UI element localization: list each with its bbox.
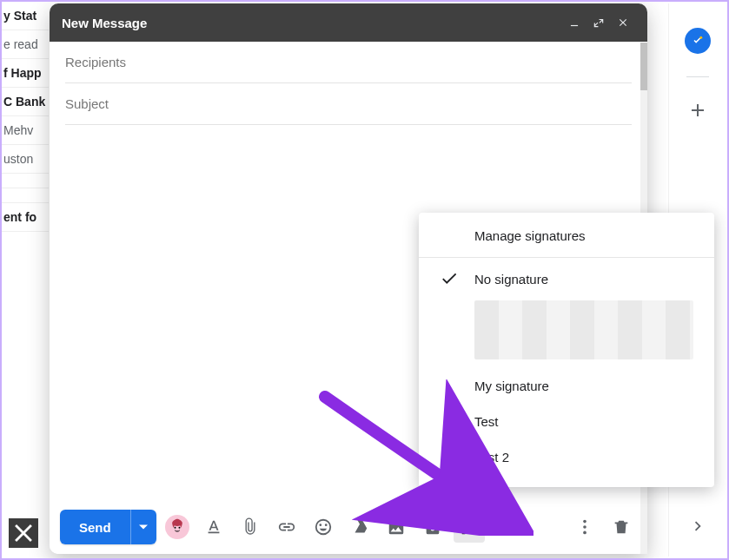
menu-item-label: Test — [474, 414, 499, 429]
svg-point-3 — [178, 527, 180, 529]
avatar[interactable] — [165, 515, 189, 539]
list-item[interactable]: y Stat — [2, 2, 49, 30]
signature-option-no-signature[interactable]: No signature — [419, 261, 714, 297]
compose-title-bar: New Message — [50, 3, 647, 42]
menu-item-label: Test 2 — [474, 450, 509, 464]
check-icon — [440, 268, 459, 290]
link-button[interactable] — [271, 511, 302, 543]
menu-item-label: Manage signatures — [474, 228, 586, 243]
list-item[interactable]: e read — [2, 30, 49, 58]
close-icon — [617, 16, 629, 29]
recipients-field[interactable]: Recipients — [65, 42, 632, 83]
expand-icon — [593, 16, 605, 29]
scrollbar-thumb[interactable] — [640, 43, 647, 90]
list-item[interactable] — [2, 173, 49, 188]
send-group: Send — [60, 510, 156, 544]
list-item[interactable] — [2, 231, 49, 246]
menu-item-label: No signature — [474, 272, 548, 287]
tasks-icon — [690, 33, 706, 49]
emoji-icon — [314, 517, 333, 537]
recipients-placeholder: Recipients — [65, 55, 126, 69]
list-item[interactable]: f Happ — [2, 58, 49, 87]
tasks-app-button[interactable] — [685, 28, 711, 54]
trash-icon — [612, 517, 631, 537]
manage-signatures-item[interactable]: Manage signatures — [419, 218, 714, 254]
menu-divider — [419, 257, 714, 258]
list-item[interactable]: Mehv — [2, 115, 49, 144]
chevron-down-icon — [139, 523, 148, 531]
confidential-button[interactable] — [417, 511, 448, 543]
attach-button[interactable] — [235, 511, 266, 543]
link-icon — [277, 517, 296, 537]
more-button[interactable] — [569, 511, 600, 543]
svg-point-8 — [699, 36, 702, 39]
add-addon-button[interactable] — [687, 100, 708, 124]
lock-clock-icon — [423, 517, 442, 537]
drive-button[interactable] — [344, 511, 375, 543]
face-icon — [169, 518, 186, 536]
minimize-button[interactable] — [562, 10, 587, 35]
signature-button[interactable] — [454, 511, 485, 543]
inbox-list-partial: y Stat e read f Happ C Bank Mehv uston e… — [2, 2, 49, 558]
svg-rect-0 — [571, 25, 578, 26]
plus-icon — [687, 100, 708, 121]
discard-button[interactable] — [606, 511, 637, 543]
signature-option-test[interactable]: Test — [419, 404, 714, 439]
send-options-button[interactable] — [130, 510, 156, 544]
drive-icon — [350, 517, 369, 537]
pen-icon — [460, 517, 479, 537]
minimize-icon — [568, 16, 580, 29]
popout-button[interactable] — [587, 10, 611, 35]
compose-title: New Message — [62, 16, 562, 30]
close-icon — [9, 518, 38, 548]
compose-toolbar: Send — [50, 500, 647, 554]
close-compose-button[interactable] — [611, 10, 635, 35]
photo-button[interactable] — [381, 511, 412, 543]
image-icon — [387, 517, 406, 537]
list-item[interactable] — [2, 188, 49, 202]
paperclip-icon — [241, 517, 260, 537]
send-button[interactable]: Send — [60, 510, 130, 544]
svg-point-2 — [174, 527, 176, 529]
svg-point-5 — [583, 525, 587, 529]
signature-option-my-signature[interactable]: My signature — [419, 368, 714, 404]
formatting-button[interactable] — [198, 511, 229, 543]
signature-option-test-2[interactable]: Test 2 — [419, 439, 714, 475]
svg-point-6 — [583, 531, 587, 535]
subject-placeholder: Subject — [65, 96, 109, 111]
list-item[interactable]: ent fo — [2, 202, 49, 231]
svg-point-4 — [583, 520, 587, 524]
subject-field[interactable]: Subject — [65, 83, 632, 125]
chevron-right-icon — [688, 517, 707, 536]
list-item[interactable]: C Bank — [2, 87, 49, 115]
redacted-signature — [474, 300, 693, 359]
signature-menu: Manage signatures No signature My signat… — [419, 213, 714, 487]
collapse-panel-button[interactable] — [688, 517, 707, 539]
more-vert-icon — [575, 517, 594, 537]
emoji-button[interactable] — [308, 511, 339, 543]
list-item[interactable]: uston — [2, 144, 49, 173]
menu-item-label: My signature — [474, 379, 549, 393]
dismiss-banner-button[interactable] — [9, 518, 38, 548]
side-separator — [686, 76, 709, 77]
text-format-icon — [204, 517, 223, 537]
